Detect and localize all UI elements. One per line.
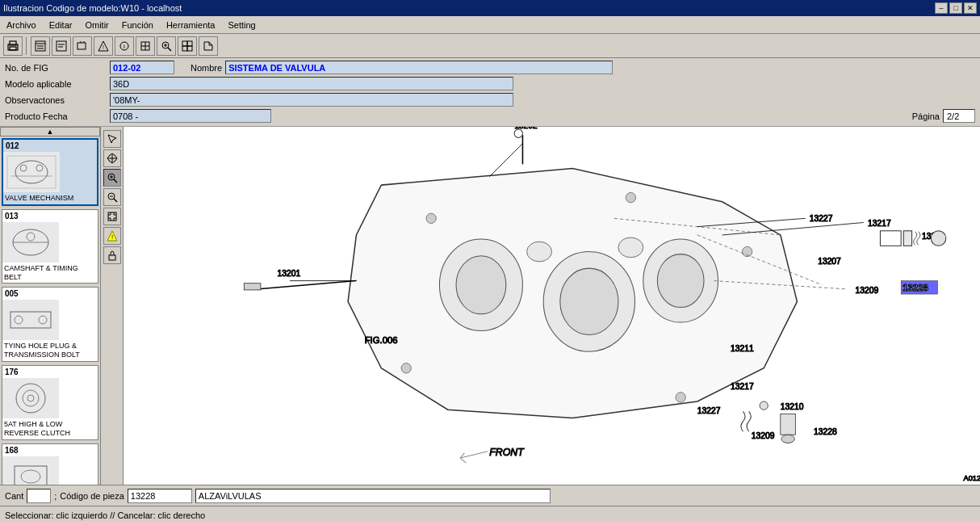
svg-point-38 (39, 316, 47, 324)
toolbar-btn3[interactable] (73, 36, 92, 56)
toolbar: ! i (0, 34, 980, 58)
maximize-button[interactable]: □ (949, 2, 962, 14)
svg-line-118 (460, 458, 466, 463)
toolbar-btn9[interactable] (199, 36, 218, 56)
warn-tool-button[interactable]: ! (103, 227, 121, 245)
nombre-value: SISTEMA DE VALVULA (225, 61, 613, 74)
thumb-img-012 (3, 152, 60, 192)
sidebar-item-013[interactable]: 013 CAMSHAFT & TIMING BELT (2, 209, 98, 284)
svg-text:!: ! (111, 233, 112, 241)
fit-tool-button[interactable] (103, 208, 121, 225)
menu-archivo[interactable]: Archivo (0, 19, 43, 32)
svg-text:13201: 13201 (278, 269, 301, 278)
cant-input[interactable] (27, 489, 51, 503)
menu-editar[interactable]: Editar (43, 19, 79, 32)
menu-setting[interactable]: Setting (221, 19, 262, 32)
svg-line-116 (460, 452, 488, 458)
svg-rect-105 (781, 414, 796, 435)
svg-point-75 (527, 242, 552, 262)
sidebar-item-005[interactable]: 005 TYING HOLE PLUG & TRANSMISSION BOLT (2, 287, 98, 362)
sidebar-scroll-up[interactable]: ▲ (0, 127, 100, 137)
infobar: No. de FIG 012-02 Nombre SISTEMA DE VALV… (0, 58, 980, 127)
svg-rect-24 (182, 41, 187, 46)
sidebar-item-176[interactable]: 176 5AT HIGH & LOW REVERSE CLUTCH (2, 365, 98, 440)
thumb-img-168 (2, 456, 59, 485)
bottombar: Cant ; Código de pieza (0, 485, 980, 506)
svg-point-35 (27, 233, 35, 241)
svg-text:13217: 13217 (868, 219, 891, 228)
svg-text:FIG.006: FIG.006 (365, 335, 398, 345)
modelo-label: Modelo aplicable (5, 79, 110, 89)
svg-text:13209: 13209 (752, 431, 775, 440)
toolbar-btn7[interactable] (157, 36, 176, 56)
svg-text:i: i (124, 43, 125, 50)
obs-label: Observactones (5, 95, 110, 105)
select-tool-button[interactable] (103, 130, 121, 148)
toolbar-btn6[interactable] (136, 36, 155, 56)
statusbar: Seleccionar: clic izquierdo // Cancelar:… (0, 506, 980, 521)
svg-rect-7 (57, 41, 66, 51)
status-text: Seleccionar: clic izquierdo // Cancelar:… (5, 510, 205, 520)
svg-line-112 (257, 281, 357, 289)
svg-line-107 (489, 144, 522, 177)
svg-rect-42 (15, 466, 47, 485)
svg-text:13211: 13211 (731, 344, 754, 353)
thumb-label-013: CAMSHAFT & TIMING BELT (2, 263, 98, 284)
sidebar-item-168[interactable]: 168 AT OIL PUMP (2, 443, 98, 485)
lock-tool-button[interactable] (103, 246, 121, 264)
fecha-label: Producto Fecha (5, 111, 110, 121)
menu-omitir[interactable]: Omitir (78, 19, 115, 32)
menubar: Archivo Editar Omitir Función Herramient… (0, 16, 980, 34)
svg-point-74 (657, 254, 704, 308)
toolbar-sep1 (26, 37, 27, 55)
close-button[interactable]: ✕ (964, 2, 977, 14)
print-button[interactable] (3, 36, 23, 56)
codigo-label: Código de pieza (60, 491, 124, 501)
toolbar-btn4[interactable]: ! (94, 36, 113, 56)
toolbar-btn2[interactable] (52, 36, 71, 56)
svg-point-41 (27, 395, 34, 401)
menu-funcion[interactable]: Función (115, 19, 160, 32)
toolbar-btn8[interactable] (178, 36, 197, 56)
zoom-in-tool-button[interactable] (103, 169, 121, 187)
canvas-area[interactable]: FIG.006 13227 13217 13210 13 (124, 127, 980, 485)
svg-text:13202: 13202 (514, 127, 538, 130)
svg-text:FRONT: FRONT (489, 447, 525, 458)
thumb-num-012: 012 (3, 140, 75, 152)
sidebar-item-012[interactable]: 012 VALVE MECHANISM (2, 138, 98, 206)
svg-text:13227: 13227 (697, 406, 721, 415)
thumb-num-168: 168 (2, 444, 59, 456)
svg-line-55 (114, 199, 117, 202)
thumb-label-005: TYING HOLE PLUG & TRANSMISSION BOLT (2, 340, 98, 361)
minimize-button[interactable]: – (935, 2, 948, 14)
svg-point-106 (781, 435, 794, 443)
menu-herramienta[interactable]: Herramienta (160, 19, 222, 32)
modelo-value: 36D (110, 77, 513, 90)
toolbar-btn1[interactable] (31, 36, 50, 56)
svg-point-78 (626, 192, 635, 202)
svg-point-76 (618, 237, 643, 258)
titlebar: Ilustracion Codigo de modelo:W10 - local… (0, 0, 980, 16)
pan-tool-button[interactable] (103, 149, 121, 167)
svg-rect-36 (10, 312, 51, 328)
diagram-svg: FIG.006 13227 13217 13210 13 (124, 127, 980, 485)
svg-point-109 (514, 129, 522, 137)
zoom-out-tool-button[interactable] (103, 188, 121, 206)
codigo-input[interactable] (128, 489, 192, 503)
cant-sep: ; (54, 491, 57, 501)
svg-text:13209: 13209 (856, 286, 879, 295)
svg-line-51 (114, 179, 117, 183)
desc-input[interactable] (195, 489, 551, 503)
thumb-label-176: 5AT HIGH & LOW REVERSE CLUTCH (2, 418, 98, 439)
svg-rect-92 (903, 231, 911, 246)
svg-point-93 (931, 231, 946, 246)
svg-point-72 (560, 268, 618, 334)
pagina-label: Página (912, 111, 940, 121)
svg-point-70 (456, 256, 506, 314)
svg-line-21 (168, 48, 171, 51)
titlebar-title: Ilustracion Codigo de modelo:W10 - local… (3, 3, 182, 13)
toolbar-btn5[interactable]: i (115, 36, 134, 56)
toolpanel: ! (101, 127, 124, 485)
svg-rect-2 (10, 47, 16, 50)
obs-value: '08MY- (110, 93, 513, 107)
